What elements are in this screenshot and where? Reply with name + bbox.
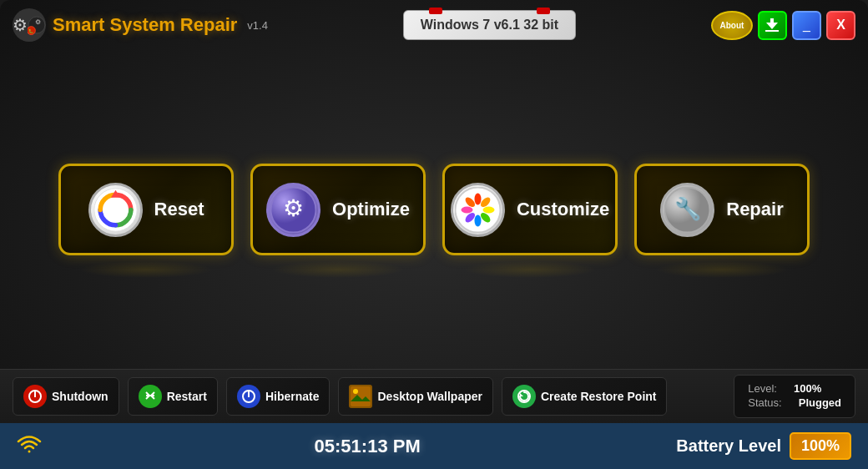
- restart-button[interactable]: Restart: [128, 377, 218, 416]
- app-logo: 🐛 ⚙: [13, 8, 46, 42]
- reset-button[interactable]: Reset: [58, 164, 234, 255]
- close-button[interactable]: X: [826, 11, 855, 40]
- svg-marker-32: [520, 393, 523, 396]
- bottom-bar: Shutdown Restart Hibernate: [0, 369, 868, 423]
- gear-icon: 🐛 ⚙: [13, 8, 46, 42]
- wallpaper-icon: [349, 385, 372, 408]
- repair-reflection: [655, 261, 789, 278]
- main-buttons: Reset ⚙: [58, 164, 810, 255]
- battery-status-row: Status: Plugged: [748, 396, 841, 409]
- restore-button[interactable]: Create Restore Point: [502, 377, 667, 416]
- clock-display: 05:51:13 PM: [58, 436, 676, 457]
- optimize-label: Optimize: [332, 199, 410, 220]
- app-title: Smart System Repair: [53, 14, 237, 36]
- about-button[interactable]: About: [711, 11, 753, 40]
- restore-icon: [512, 385, 536, 408]
- svg-rect-6: [765, 30, 779, 32]
- reset-reflection: [79, 261, 213, 278]
- svg-point-18: [461, 206, 472, 213]
- reset-icon: [88, 183, 143, 237]
- customize-reflection: [463, 261, 597, 278]
- hibernate-icon: [237, 385, 260, 408]
- app-version: v1.4: [247, 19, 268, 32]
- svg-point-29: [353, 389, 358, 394]
- svg-text:⚙: ⚙: [283, 195, 304, 221]
- battery-percentage: 100%: [790, 432, 851, 460]
- content-area: Reset ⚙: [0, 50, 868, 369]
- customize-icon: [451, 183, 505, 237]
- os-badge: Windows 7 v6.1 32 bit: [403, 10, 576, 40]
- status-bar: 05:51:13 PM Battery Level 100%: [0, 423, 868, 469]
- wallpaper-button[interactable]: Desktop Wallpaper: [338, 377, 493, 416]
- hibernate-label: Hibernate: [265, 390, 320, 403]
- app-container: 🐛 ⚙ Smart System Repairv1.4 Windows 7 v6…: [0, 0, 868, 469]
- optimize-reflection: [271, 261, 405, 278]
- svg-point-14: [482, 206, 494, 213]
- svg-rect-24: [34, 391, 36, 397]
- header: 🐛 ⚙ Smart System Repairv1.4 Windows 7 v6…: [0, 0, 868, 50]
- minimize-button[interactable]: _: [792, 11, 821, 40]
- battery-info-panel: Level: 100% Status: Plugged: [734, 375, 855, 418]
- optimize-button[interactable]: ⚙ Optimize: [250, 164, 426, 255]
- restart-label: Restart: [167, 390, 207, 403]
- shutdown-icon: [23, 385, 47, 408]
- download-button[interactable]: [758, 11, 787, 40]
- wallpaper-label: Desktop Wallpaper: [377, 390, 482, 403]
- svg-rect-5: [770, 18, 774, 24]
- battery-level-value: 100%: [794, 382, 821, 395]
- restart-icon: [139, 385, 162, 408]
- battery-level-bar: Battery Level 100%: [676, 432, 851, 460]
- optimize-icon: ⚙: [266, 183, 320, 237]
- svg-text:🔧: 🔧: [674, 195, 702, 222]
- reset-label: Reset: [154, 199, 204, 220]
- battery-status-key: Status:: [748, 396, 781, 409]
- repair-icon: 🔧: [660, 183, 714, 237]
- svg-point-16: [474, 214, 481, 226]
- svg-rect-26: [248, 391, 250, 397]
- shutdown-button[interactable]: Shutdown: [13, 377, 119, 416]
- wifi-icon: [17, 433, 42, 460]
- svg-point-20: [473, 205, 482, 214]
- svg-point-12: [474, 193, 481, 204]
- window-controls: About _ X: [711, 11, 855, 40]
- svg-rect-28: [351, 386, 371, 406]
- customize-button[interactable]: Customize: [442, 164, 618, 255]
- svg-text:⚙: ⚙: [35, 18, 41, 26]
- restore-label: Create Restore Point: [541, 390, 656, 403]
- repair-button[interactable]: 🔧 Repair: [634, 164, 810, 255]
- battery-status-value: Plugged: [799, 396, 841, 409]
- battery-level-row: Level: 100%: [748, 382, 841, 395]
- svg-text:🐛: 🐛: [28, 28, 34, 34]
- shutdown-label: Shutdown: [52, 390, 108, 403]
- logo-area: 🐛 ⚙ Smart System Repairv1.4: [13, 8, 268, 42]
- repair-label: Repair: [726, 199, 783, 220]
- battery-level-key: Level:: [748, 382, 777, 395]
- battery-level-label: Battery Level: [676, 436, 781, 456]
- customize-label: Customize: [517, 199, 609, 220]
- hibernate-button[interactable]: Hibernate: [226, 377, 331, 416]
- os-info: Windows 7 v6.1 32 bit: [421, 18, 558, 32]
